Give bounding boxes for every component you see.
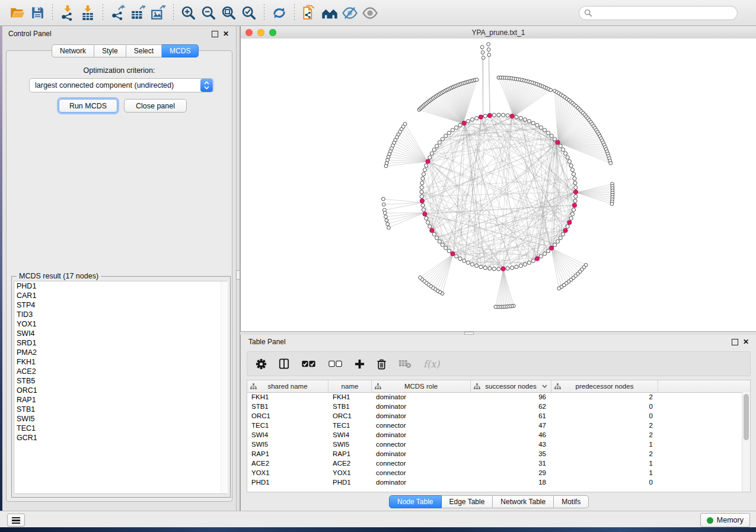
optimization-criterion-select[interactable]: largest connected component (undirected) xyxy=(29,78,214,92)
column-header-name[interactable]: name xyxy=(328,380,372,392)
mcds-result-list[interactable]: PHD1CAR1STP4TID3YOX1SWI4SRD1PMA2FKH1ACE2… xyxy=(14,281,227,494)
tab-style[interactable]: Style xyxy=(94,44,126,57)
mcds-result-item[interactable]: PHD1 xyxy=(14,281,227,291)
refresh-icon[interactable] xyxy=(269,3,289,23)
close-panel-icon[interactable]: ✕ xyxy=(223,31,229,37)
tab-network[interactable]: Network xyxy=(52,44,94,57)
mcds-result-item[interactable]: STP4 xyxy=(14,300,227,310)
vertical-splitter[interactable] xyxy=(236,26,240,511)
mcds-result-item[interactable]: ORC1 xyxy=(14,386,227,395)
add-column-icon[interactable] xyxy=(355,359,365,369)
show-column-icon[interactable] xyxy=(279,358,289,369)
save-session-icon[interactable] xyxy=(27,3,47,23)
table-row[interactable]: YOX1YOX1connector291 xyxy=(247,468,750,477)
mcds-result-item[interactable]: PMA2 xyxy=(14,348,227,357)
node-table-header-row[interactable]: shared namenameMCDS rolesuccessor nodesp… xyxy=(247,380,750,393)
table-row[interactable]: SWI5SWI5connector431 xyxy=(247,440,750,449)
search-input[interactable] xyxy=(595,7,737,19)
select-all-checks-icon[interactable] xyxy=(301,360,316,368)
tab-mcds[interactable]: MCDS xyxy=(162,44,199,57)
hide-details-icon[interactable] xyxy=(340,3,360,23)
close-panel-icon[interactable]: ✕ xyxy=(743,339,749,345)
delete-column-icon[interactable] xyxy=(377,358,387,370)
memory-button[interactable]: Memory xyxy=(700,513,750,527)
mcds-list-scrollbar[interactable] xyxy=(221,281,228,493)
table-row[interactable]: SWI4SWI4dominator462 xyxy=(247,430,750,440)
mcds-result-item[interactable]: TEC1 xyxy=(14,424,227,433)
zoom-in-icon[interactable] xyxy=(178,3,199,23)
table-cell: 31 xyxy=(471,460,551,467)
table-cell: connector xyxy=(372,469,471,476)
export-table-icon[interactable] xyxy=(128,3,148,23)
mcds-result-item[interactable]: CAR1 xyxy=(14,291,227,300)
mcds-result-item[interactable]: STB5 xyxy=(14,376,227,386)
zoom-out-icon[interactable] xyxy=(199,3,219,23)
float-panel-icon[interactable] xyxy=(212,31,218,37)
table-cell: PHD1 xyxy=(328,479,372,486)
table-cell: 2 xyxy=(551,450,658,457)
tab-motifs[interactable]: Motifs xyxy=(554,495,589,508)
table-scrollbar[interactable] xyxy=(742,392,750,492)
mcds-result-item[interactable]: STB1 xyxy=(14,405,227,414)
tab-network-table[interactable]: Network Table xyxy=(493,495,554,508)
mcds-result-item[interactable]: ACE2 xyxy=(14,367,227,376)
table-row[interactable]: STB1STB1dominator620 xyxy=(247,402,750,411)
mcds-result-item[interactable]: GCR1 xyxy=(14,433,227,443)
table-panel-title: Table Panel xyxy=(248,338,286,346)
application-window: Control Panel ✕ NetworkStyleSelectMCDS O… xyxy=(0,0,756,532)
close-panel-button[interactable]: Close panel xyxy=(124,99,187,113)
table-row[interactable]: ACE2ACE2connector311 xyxy=(247,459,750,468)
table-row[interactable]: RAP1RAP1dominator352 xyxy=(247,449,750,459)
export-network-icon[interactable] xyxy=(108,3,128,23)
tab-select[interactable]: Select xyxy=(126,44,162,57)
run-mcds-button[interactable]: Run MCDS xyxy=(59,99,117,113)
table-cell: 1 xyxy=(551,469,658,476)
table-row[interactable]: ORC1ORC1dominator610 xyxy=(247,411,750,421)
tab-node-table[interactable]: Node Table xyxy=(389,495,442,508)
table-scrollbar-thumb[interactable] xyxy=(744,394,749,440)
table-row[interactable]: TEC1TEC1connector472 xyxy=(247,421,750,430)
splitter-grip[interactable] xyxy=(236,270,240,280)
import-table-icon[interactable] xyxy=(78,3,98,23)
column-header-MCDS-role[interactable]: MCDS role xyxy=(372,380,471,392)
table-row[interactable]: FKH1FKH1dominator962 xyxy=(247,392,750,402)
search-box[interactable] xyxy=(579,6,738,20)
column-header-successor-nodes[interactable]: successor nodes xyxy=(471,380,551,392)
node-table[interactable]: shared namenameMCDS rolesuccessor nodesp… xyxy=(247,380,751,492)
function-builder-icon: f(x) xyxy=(423,358,439,370)
table-cell: 96 xyxy=(471,393,551,400)
mcds-result-item[interactable]: FKH1 xyxy=(14,357,227,367)
export-image-icon[interactable] xyxy=(148,3,168,23)
tab-edge-table[interactable]: Edge Table xyxy=(442,495,493,508)
zoom-selected-icon[interactable] xyxy=(239,3,259,23)
table-cell: 18 xyxy=(471,479,551,486)
table-options-gear-icon[interactable] xyxy=(256,358,267,370)
mcds-result-item[interactable]: SWI5 xyxy=(14,414,227,424)
share-document-icon[interactable] xyxy=(299,3,320,23)
table-cell: dominator xyxy=(372,393,471,400)
mcds-result-item[interactable]: YOX1 xyxy=(14,319,227,329)
column-header-predecessor-nodes[interactable]: predecessor nodes xyxy=(551,380,658,392)
network-graph[interactable] xyxy=(241,39,756,331)
network-canvas[interactable] xyxy=(241,39,756,331)
mcds-result-item[interactable]: SRD1 xyxy=(14,338,227,348)
memory-label: Memory xyxy=(717,516,744,524)
zoom-fit-icon[interactable] xyxy=(219,3,239,23)
table-cell: dominator xyxy=(372,431,471,438)
column-header-shared-name[interactable]: shared name xyxy=(247,380,328,392)
network-view-window: YPA_prune.txt_1 xyxy=(240,26,756,331)
node-table-body[interactable]: FKH1FKH1dominator962STB1STB1dominator620… xyxy=(247,392,750,492)
table-cell: 47 xyxy=(471,422,551,429)
task-history-button[interactable] xyxy=(7,514,25,527)
mcds-result-item[interactable]: SWI4 xyxy=(14,329,227,338)
mcds-result-item[interactable]: TID3 xyxy=(14,310,227,319)
float-panel-icon[interactable] xyxy=(732,339,738,345)
network-overview-icon[interactable] xyxy=(320,3,340,23)
open-file-icon[interactable] xyxy=(7,3,27,23)
table-row[interactable]: PHD1PHD1dominator180 xyxy=(247,477,750,487)
deselect-all-checks-icon[interactable] xyxy=(328,360,343,368)
network-window-titlebar[interactable]: YPA_prune.txt_1 xyxy=(241,26,756,39)
import-network-icon[interactable] xyxy=(58,3,78,23)
mcds-result-item[interactable]: RAP1 xyxy=(14,395,227,405)
hierarchy-icon xyxy=(375,383,381,389)
